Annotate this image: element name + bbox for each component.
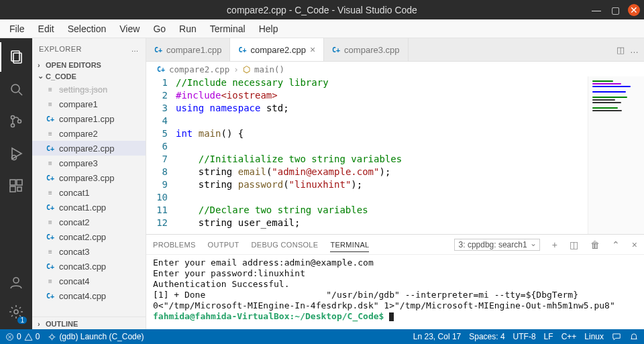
panel-up-icon[interactable]: ⌃ xyxy=(612,239,620,250)
encoding[interactable]: UTF-8 xyxy=(513,332,536,341)
file-item[interactable]: ≡concat1 xyxy=(32,185,146,200)
new-terminal-icon[interactable]: + xyxy=(552,239,557,250)
close-tab-icon[interactable]: × xyxy=(310,44,315,55)
open-editors-section[interactable]: › OPEN EDITORS xyxy=(32,60,146,70)
tab-label: compare1.cpp xyxy=(166,45,221,55)
file-label: concat2.cpp xyxy=(59,232,106,242)
feedback-icon[interactable] xyxy=(612,332,621,341)
panel-tab-terminal[interactable]: TERMINAL xyxy=(330,241,369,252)
svg-rect-11 xyxy=(17,187,21,191)
language-mode[interactable]: C++ xyxy=(561,332,577,341)
file-item[interactable]: ≡compare3 xyxy=(32,156,146,170)
file-item[interactable]: C+concat3.cpp xyxy=(32,259,146,274)
menu-go[interactable]: Go xyxy=(148,22,171,36)
file-item[interactable]: C+concat1.cpp xyxy=(32,200,146,215)
terminal-selector[interactable]: 3: cppdbg: search1 xyxy=(454,239,540,251)
cpp-file-icon: C+ xyxy=(46,144,55,153)
file-label: settings.json xyxy=(59,84,107,95)
menubar: FileEditSelectionViewGoRunTerminalHelp xyxy=(0,19,644,38)
file-item[interactable]: ≡concat4 xyxy=(32,274,146,288)
menu-terminal[interactable]: Terminal xyxy=(205,22,251,36)
file-label: concat2 xyxy=(59,217,90,227)
close-button[interactable]: ✕ xyxy=(628,4,640,16)
editor-tab[interactable]: C+compare2.cpp× xyxy=(230,38,324,61)
file-icon: ≡ xyxy=(46,188,55,197)
cube-icon: ⬡ xyxy=(243,64,250,74)
os-indicator[interactable]: Linux xyxy=(584,332,604,341)
cpp-file-icon: C+ xyxy=(46,291,55,300)
file-item[interactable]: C+compare1.cpp xyxy=(32,111,146,126)
settings-gear-icon[interactable]: 1 xyxy=(0,297,32,327)
file-item[interactable]: ≡concat3 xyxy=(32,244,146,259)
code-editor[interactable]: 123456789101112 //Include necessary libr… xyxy=(146,76,644,234)
file-label: compare1 xyxy=(59,99,98,109)
titlebar: compare2.cpp - C_Code - Visual Studio Co… xyxy=(0,0,644,19)
errors-warnings[interactable]: 0 0 xyxy=(5,332,40,341)
panel-tab-problems[interactable]: PROBLEMS xyxy=(153,241,196,249)
panel-tab-output[interactable]: OUTPUT xyxy=(208,241,239,249)
svg-point-2 xyxy=(11,84,19,93)
editor-tabbar: C+compare1.cppC+compare2.cpp×C+compare3.… xyxy=(146,38,644,62)
file-item[interactable]: C+compare2.cpp xyxy=(32,141,146,156)
panel-close-icon[interactable]: × xyxy=(632,239,637,250)
cpp-file-icon: C+ xyxy=(46,203,55,212)
split-terminal-icon[interactable]: ◫ xyxy=(570,239,578,250)
chevron-right-icon: › xyxy=(38,61,46,69)
svg-point-6 xyxy=(18,120,21,123)
eol[interactable]: LF xyxy=(544,332,553,341)
maximize-button[interactable]: ▢ xyxy=(609,4,621,16)
explorer-sidebar: EXPLORER … › OPEN EDITORS ⌄ C_CODE ≡sett… xyxy=(32,38,146,329)
outline-section[interactable]: › OUTLINE xyxy=(32,317,146,329)
kill-terminal-icon[interactable]: 🗑 xyxy=(590,239,600,250)
file-item[interactable]: C+concat2.cpp xyxy=(32,229,146,244)
account-icon[interactable] xyxy=(0,268,32,297)
search-icon[interactable] xyxy=(0,74,32,104)
cpp-file-icon: C+ xyxy=(46,173,55,182)
editor-tab[interactable]: C+compare3.cpp xyxy=(324,38,408,61)
chevron-right-icon: › xyxy=(38,320,46,328)
file-label: compare3.cpp xyxy=(59,173,114,183)
menu-view[interactable]: View xyxy=(114,22,145,36)
extensions-icon[interactable] xyxy=(0,171,32,200)
breadcrumb[interactable]: C+ compare2.cpp › ⬡ main() xyxy=(146,62,644,76)
panel-tab-debug-console[interactable]: DEBUG CONSOLE xyxy=(252,241,319,249)
activity-bar: 1 xyxy=(0,38,32,329)
editor-tab[interactable]: C+compare1.cpp xyxy=(146,38,230,61)
file-item[interactable]: C+compare3.cpp xyxy=(32,170,146,185)
cpp-file-icon: C+ xyxy=(157,66,165,73)
cpp-file-icon: C+ xyxy=(46,232,55,241)
file-label: concat1 xyxy=(59,188,90,198)
file-item[interactable]: ≡concat2 xyxy=(32,215,146,229)
menu-selection[interactable]: Selection xyxy=(62,22,112,36)
run-debug-icon[interactable] xyxy=(0,139,32,168)
menu-edit[interactable]: Edit xyxy=(33,22,60,36)
window-title: compare2.cpp - C_Code - Visual Studio Co… xyxy=(0,5,644,15)
svg-point-13 xyxy=(14,310,18,314)
file-item[interactable]: C+concat4.cpp xyxy=(32,288,146,303)
svg-point-5 xyxy=(11,124,15,127)
notifications-icon[interactable] xyxy=(629,332,639,341)
cursor-position[interactable]: Ln 23, Col 17 xyxy=(413,332,461,341)
menu-help[interactable]: Help xyxy=(254,22,284,36)
file-item[interactable]: ≡compare2 xyxy=(32,126,146,141)
explorer-icon[interactable] xyxy=(0,42,32,72)
terminal-output[interactable]: Enter your email address:admin@example.c… xyxy=(146,255,644,329)
indentation[interactable]: Spaces: 4 xyxy=(469,332,504,341)
menu-run[interactable]: Run xyxy=(174,22,202,36)
explorer-more-icon[interactable]: … xyxy=(131,45,140,53)
source-control-icon[interactable] xyxy=(0,107,32,136)
split-editor-icon[interactable]: ◫ xyxy=(616,45,625,55)
svg-point-4 xyxy=(11,116,15,119)
code-content[interactable]: //Include necessary library#include<iost… xyxy=(176,76,588,234)
file-item[interactable]: ≡settings.json xyxy=(32,82,146,97)
folder-section[interactable]: ⌄ C_CODE xyxy=(32,70,146,82)
file-label: concat3.cpp xyxy=(59,262,106,272)
menu-file[interactable]: File xyxy=(4,22,30,36)
more-actions-icon[interactable]: … xyxy=(630,45,639,55)
cpp-file-icon: C+ xyxy=(332,46,340,54)
minimap[interactable] xyxy=(588,76,644,234)
file-item[interactable]: ≡compare1 xyxy=(32,97,146,111)
minimize-button[interactable]: — xyxy=(590,4,602,16)
debug-launch[interactable]: (gdb) Launch (C_Code) xyxy=(48,332,144,341)
chevron-down-icon: ⌄ xyxy=(38,72,46,80)
